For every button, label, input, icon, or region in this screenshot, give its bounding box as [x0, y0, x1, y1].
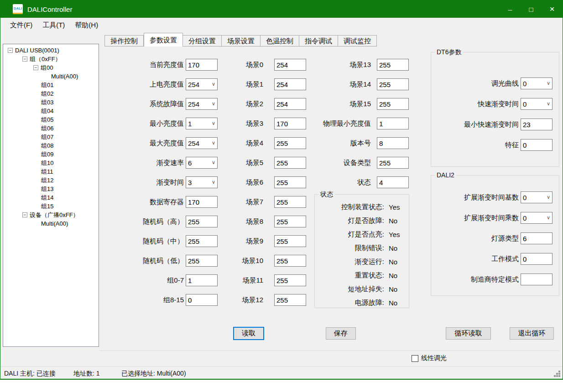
- work-mode-input[interactable]: [521, 253, 553, 265]
- tree-item[interactable]: 组03: [3, 98, 99, 107]
- tree-item[interactable]: 组（0xFF）: [3, 55, 99, 63]
- menu-file[interactable]: 文件(F): [5, 19, 37, 31]
- tree-item[interactable]: 组15: [3, 202, 99, 211]
- fade-time-combo[interactable]: 3∨: [186, 176, 218, 188]
- collapse-icon[interactable]: [22, 212, 27, 217]
- device-type-input[interactable]: [377, 157, 409, 169]
- group-8-15-input[interactable]: [186, 294, 218, 306]
- tree-item[interactable]: 组12: [3, 176, 99, 185]
- manufacturer-mode-input[interactable]: [521, 273, 553, 285]
- tab-parameter-settings[interactable]: 参数设置: [144, 33, 183, 46]
- field-row: 版本号: [304, 137, 409, 149]
- collapse-icon[interactable]: [8, 48, 13, 53]
- close-icon[interactable]: ×: [542, 0, 563, 18]
- tree-item[interactable]: Multi(A00): [3, 219, 99, 228]
- tree-item[interactable]: 组07: [3, 133, 99, 141]
- dimming-curve-combo[interactable]: 0∨: [521, 77, 553, 89]
- tree-item[interactable]: 组04: [3, 107, 99, 115]
- chevron-down-icon: ∨: [212, 101, 215, 107]
- maximize-icon[interactable]: □: [521, 0, 542, 18]
- random-code-high-input[interactable]: [186, 216, 218, 227]
- collapse-icon[interactable]: [22, 57, 27, 62]
- features-input[interactable]: [521, 139, 553, 151]
- scene2-input[interactable]: [274, 98, 306, 110]
- combo-value: 6: [186, 159, 192, 167]
- field-row: 渐变速率6∨: [129, 157, 218, 169]
- field-label: 场景3: [238, 118, 263, 129]
- data-register-input[interactable]: [186, 196, 218, 208]
- light-source-type-input[interactable]: [521, 232, 553, 244]
- tree-item[interactable]: 组11: [3, 167, 99, 176]
- tree-item[interactable]: 组00: [3, 63, 99, 72]
- tab-scene-settings[interactable]: 场景设置: [222, 35, 261, 46]
- ext-fade-time-base-combo[interactable]: 0∨: [521, 191, 553, 203]
- menu-tools[interactable]: 工具(T): [37, 19, 70, 31]
- loop-read-button[interactable]: 循环读取: [446, 327, 491, 340]
- tree-item[interactable]: 组14: [3, 193, 99, 202]
- read-button[interactable]: 读取: [233, 327, 264, 340]
- scene1-input[interactable]: [274, 78, 306, 90]
- scene7-input[interactable]: [274, 196, 306, 208]
- chevron-down-icon: ∨: [212, 81, 215, 87]
- scene10-input[interactable]: [274, 255, 306, 267]
- tree-item[interactable]: Multi(A00): [3, 72, 99, 81]
- max-brightness-combo[interactable]: 254∨: [186, 137, 218, 149]
- random-code-mid-input[interactable]: [186, 235, 218, 247]
- scene0-input[interactable]: [274, 59, 306, 71]
- version-input[interactable]: [377, 137, 409, 149]
- power-on-brightness-combo[interactable]: 254∨: [186, 78, 218, 90]
- collapse-icon[interactable]: [33, 65, 38, 70]
- scene14-input[interactable]: [377, 78, 409, 90]
- field-row: 最小快速渐变时间: [436, 119, 553, 130]
- scene4-input[interactable]: [274, 137, 306, 149]
- status-value: No: [389, 299, 397, 307]
- menu-help[interactable]: 帮助(H): [70, 19, 103, 31]
- scene3-input[interactable]: [274, 118, 306, 129]
- fast-fade-time-combo[interactable]: 0∨: [521, 98, 553, 110]
- tree-item[interactable]: 组10: [3, 159, 99, 167]
- tree-item[interactable]: DALI USB(0001): [3, 46, 99, 55]
- minimize-icon[interactable]: –: [500, 0, 521, 18]
- tree-item[interactable]: 组01: [3, 81, 99, 89]
- fade-rate-combo[interactable]: 6∨: [186, 157, 218, 169]
- tree-item[interactable]: 组06: [3, 124, 99, 133]
- tab-color-temp-control[interactable]: 色温控制: [261, 35, 299, 46]
- tab-grouping-settings[interactable]: 分组设置: [183, 35, 222, 46]
- tree-item[interactable]: 组05: [3, 115, 99, 124]
- scene6-input[interactable]: [274, 176, 306, 188]
- ext-fade-time-multiplier-combo[interactable]: 0∨: [521, 212, 553, 224]
- tree-item[interactable]: 组02: [3, 89, 99, 98]
- physical-min-brightness-input[interactable]: [377, 118, 409, 129]
- field-label: 组0-7: [129, 274, 184, 286]
- group-0-7-input[interactable]: [186, 274, 218, 286]
- scene9-input[interactable]: [274, 235, 306, 247]
- current-brightness-input[interactable]: [186, 59, 218, 71]
- status-input[interactable]: [377, 176, 409, 188]
- scene11-input[interactable]: [274, 274, 306, 286]
- field-row: 物理最小亮度值: [304, 118, 409, 129]
- tree-item[interactable]: 设备（广播0xFF）: [3, 211, 99, 219]
- scene15-input[interactable]: [377, 98, 409, 110]
- min-brightness-combo[interactable]: 1∨: [186, 118, 218, 129]
- resize-grip-icon[interactable]: [554, 371, 555, 372]
- field-label: 场景2: [238, 98, 263, 110]
- save-button[interactable]: 保存: [326, 327, 356, 340]
- scene5-input[interactable]: [274, 157, 306, 169]
- scene8-input[interactable]: [274, 216, 306, 227]
- scene12-input[interactable]: [274, 294, 306, 306]
- tree-item[interactable]: 组13: [3, 185, 99, 193]
- system-failure-combo[interactable]: 254∨: [186, 98, 218, 110]
- dali2-group-title: DALI2: [435, 171, 456, 179]
- field-row: 场景6: [238, 176, 306, 188]
- exit-loop-button[interactable]: 退出循环: [510, 327, 554, 340]
- tree-item[interactable]: 组08: [3, 141, 99, 150]
- tab-operation-control[interactable]: 操作控制: [104, 35, 144, 46]
- linear-dimming-checkbox[interactable]: [412, 355, 418, 362]
- tree-item[interactable]: 组09: [3, 150, 99, 159]
- combo-value: 254: [186, 81, 199, 88]
- tab-command-debug[interactable]: 指令调试: [299, 35, 338, 46]
- min-fast-fade-time-input[interactable]: [521, 119, 553, 130]
- random-code-low-input[interactable]: [186, 255, 218, 267]
- tab-debug-monitor[interactable]: 调试监控: [338, 35, 377, 46]
- scene13-input[interactable]: [377, 59, 409, 71]
